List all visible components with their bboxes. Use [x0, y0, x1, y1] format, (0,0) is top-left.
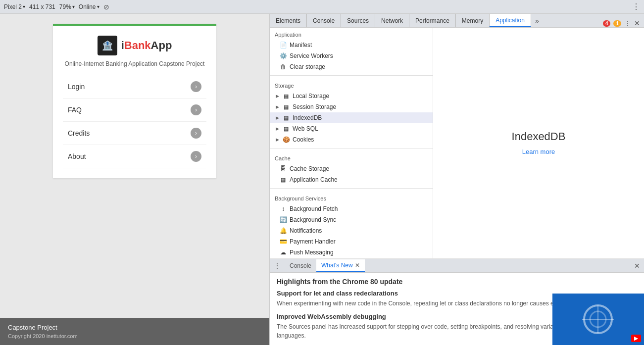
clear-storage-icon: 🗑 [280, 63, 287, 70]
divider-3 [270, 188, 433, 189]
manifest-icon: 📄 [280, 42, 287, 49]
sidebar-item-cache-storage[interactable]: 🗄 Cache Storage [270, 163, 433, 174]
top-bar: Pixel 2 ▾ 411 x 731 79% ▾ Online ▾ ⊘ ⋮ [0, 0, 644, 14]
sidebar-item-application-cache[interactable]: ▦ Application Cache [270, 174, 433, 185]
session-storage-arrow: ▶ [275, 104, 280, 109]
nav-item-login[interactable]: Login › [63, 75, 206, 99]
topbar-dots[interactable]: ⋮ [632, 2, 640, 11]
indexeddb-content: IndexedDB Learn more [512, 130, 566, 156]
sidebar-section-bg: Background Services [270, 192, 433, 203]
web-sql-arrow: ▶ [275, 126, 280, 131]
push-messaging-icon: ☁ [280, 249, 287, 256]
device-selector[interactable]: Pixel 2 ▾ [4, 3, 25, 10]
local-storage-icon: ▦ [283, 93, 290, 99]
application-cache-icon: ▦ [280, 176, 287, 183]
sidebar-item-cookies[interactable]: ▶ 🍪 Cookies [270, 134, 433, 145]
tab-sources[interactable]: Sources [341, 14, 375, 27]
nav-arrow-login: › [191, 81, 201, 92]
sidebar-item-push-messaging[interactable]: ☁ Push Messaging [270, 247, 433, 258]
error-count: 4 [603, 20, 611, 27]
nav-item-faq[interactable]: FAQ › [63, 99, 206, 122]
footer-title: Capstone Project [8, 324, 261, 331]
youtube-badge: ▶ [631, 335, 641, 342]
sidebar-section-application: Application [270, 28, 433, 40]
web-sql-icon: ▦ [283, 125, 290, 132]
sidebar-item-notifications[interactable]: 🔔 Notifications [270, 225, 433, 236]
preview-inner: 🏦 iBankApp Online-Internet Banking Appli… [0, 14, 269, 318]
sidebar-item-clear-storage[interactable]: 🗑 Clear storage [270, 61, 433, 72]
devtools-panel: Elements Console Sources Network Perform… [270, 14, 644, 345]
nav-items: Login › FAQ › Credits › About › [63, 75, 206, 168]
nav-item-about[interactable]: About › [63, 145, 206, 168]
sidebar-item-manifest[interactable]: 📄 Manifest [270, 40, 433, 50]
sidebar-item-indexeddb[interactable]: ▶ ▦ IndexedDB [270, 112, 433, 123]
bottom-tab-close-icon[interactable]: ✕ [355, 262, 360, 269]
no-throttle-icon: ⊘ [103, 3, 109, 11]
cookies-icon: 🍪 [283, 136, 290, 143]
bg-fetch-icon: ↕ [280, 205, 287, 212]
notifications-icon: 🔔 [280, 227, 287, 234]
bottom-tab-whats-new[interactable]: What's New ✕ [316, 259, 365, 272]
devtools-close[interactable]: ✕ [634, 19, 640, 27]
tab-elements[interactable]: Elements [270, 14, 307, 27]
session-storage-icon: ▦ [283, 103, 290, 110]
nav-arrow-credits: › [191, 128, 201, 139]
devtools-body: Application 📄 Manifest ⚙️ Service Worker… [270, 28, 644, 258]
bottom-thumbnail: ▶ [552, 294, 644, 345]
bottom-tabs: ⋮ Console What's New ✕ ✕ [270, 259, 644, 273]
app-preview: 🏦 iBankApp Online-Internet Banking Appli… [0, 14, 270, 345]
tab-network[interactable]: Network [375, 14, 409, 27]
local-storage-arrow: ▶ [275, 94, 280, 99]
nav-arrow-faq: › [191, 104, 201, 115]
devtools-tabs: Elements Console Sources Network Perform… [270, 14, 644, 28]
zoom-selector[interactable]: 79% ▾ [59, 3, 75, 10]
sidebar-item-service-workers[interactable]: ⚙️ Service Workers [270, 50, 433, 61]
indexeddb-arrow: ▶ [275, 115, 280, 120]
devtools-sidebar: Application 📄 Manifest ⚙️ Service Worker… [270, 28, 433, 258]
bottom-panel-dots[interactable]: ⋮ [270, 262, 285, 270]
tab-memory[interactable]: Memory [456, 14, 490, 27]
app-logo-text: iBankApp [121, 39, 172, 52]
footer-copyright: Copyright 2020 inettutor.com [8, 333, 261, 339]
app-footer: Capstone Project Copyright 2020 inettuto… [0, 318, 269, 345]
network-selector[interactable]: Online ▾ [79, 3, 99, 10]
sidebar-item-payment-handler[interactable]: 💳 Payment Handler [270, 236, 433, 247]
nav-item-credits[interactable]: Credits › [63, 122, 206, 145]
tab-application[interactable]: Application [490, 14, 531, 27]
app-logo-icon: 🏦 [98, 36, 117, 55]
bottom-panel: ⋮ Console What's New ✕ ✕ Highlights from… [270, 258, 644, 345]
sidebar-item-session-storage[interactable]: ▶ ▦ Session Storage [270, 101, 433, 112]
cookies-arrow: ▶ [275, 137, 280, 142]
divider-2 [270, 148, 433, 148]
app-card: 🏦 iBankApp Online-Internet Banking Appli… [53, 24, 216, 178]
bottom-panel-close[interactable]: ✕ [630, 262, 644, 270]
bottom-tab-console[interactable]: Console [285, 260, 316, 272]
devtools-dots[interactable]: ⋮ [624, 19, 631, 27]
service-workers-icon: ⚙️ [280, 52, 287, 59]
indexeddb-icon: ▦ [283, 114, 290, 121]
sidebar-item-web-sql[interactable]: ▶ ▦ Web SQL [270, 123, 433, 134]
sidebar-item-local-storage[interactable]: ▶ ▦ Local Storage [270, 91, 433, 101]
indexeddb-title: IndexedDB [512, 130, 566, 143]
learn-more-link[interactable]: Learn more [522, 148, 555, 155]
resolution-display: 411 x 731 [29, 3, 55, 10]
divider-1 [270, 75, 433, 76]
thumbnail-svg [552, 294, 644, 345]
devtools-main-content: IndexedDB Learn more [433, 28, 644, 258]
sidebar-item-bg-fetch[interactable]: ↕ Background Fetch [270, 203, 433, 214]
tab-performance[interactable]: Performance [409, 14, 456, 27]
tab-console[interactable]: Console [307, 14, 341, 27]
nav-arrow-about: › [191, 151, 201, 162]
tab-icons: 4 1 ⋮ ✕ [599, 19, 644, 27]
bottom-panel-body: Highlights from the Chrome 80 update Sup… [270, 273, 644, 345]
highlights-title: Highlights from the Chrome 80 update [277, 278, 637, 286]
sidebar-section-storage: Storage [270, 79, 433, 91]
tab-more[interactable]: » [531, 14, 543, 27]
app-logo: 🏦 iBankApp [63, 36, 206, 55]
sidebar-item-bg-sync[interactable]: 🔄 Background Sync [270, 214, 433, 225]
app-subtitle: Online-Internet Banking Application Caps… [63, 60, 206, 67]
bg-sync-icon: 🔄 [280, 216, 287, 223]
sidebar-section-cache: Cache [270, 151, 433, 163]
warning-count: 1 [613, 20, 621, 27]
payment-handler-icon: 💳 [280, 238, 287, 245]
